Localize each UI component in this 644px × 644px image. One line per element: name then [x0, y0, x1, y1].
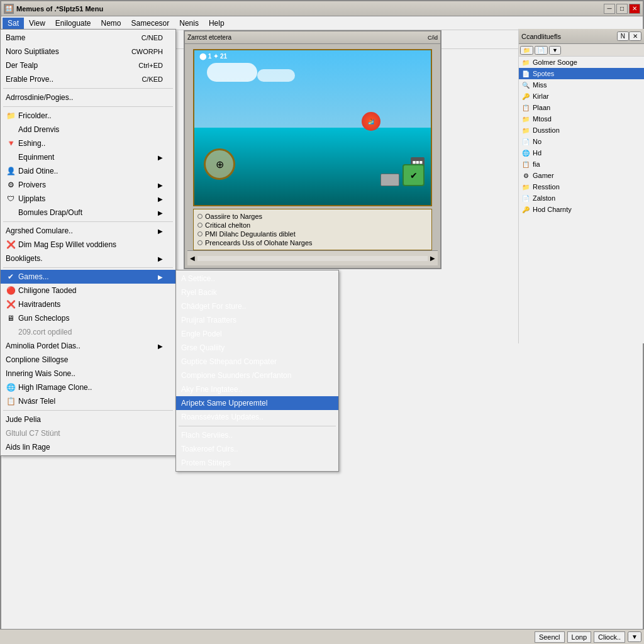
menu-chiligone[interactable]: 🔴 Chiligone Taoded — [1, 284, 175, 297]
panel-item-no[interactable]: 📄 No — [519, 136, 644, 147]
sub-aky[interactable]: Aky Fne Ingtatee.. — [176, 382, 338, 396]
menu-proivers[interactable]: ⚙ Proivers ▶ — [1, 178, 175, 192]
game-ui-button[interactable]: ✔ — [402, 164, 425, 186]
sub-engle[interactable]: Engle Podel — [176, 327, 338, 341]
high-icon: 🌐 — [6, 382, 16, 392]
quest-entry-3[interactable]: Prenceards Uss of Olohate Narges — [196, 238, 429, 247]
menu-jude[interactable]: Jude Pelia — [1, 413, 175, 426]
quest-label-2: PMI Dilahc Deguulantis diblet — [205, 230, 296, 238]
panel-tool-3[interactable]: ▼ — [549, 46, 561, 55]
panel-item-kirlar[interactable]: 🔑 Kirlar — [519, 91, 644, 102]
status-extra-btn[interactable]: ▼ — [628, 631, 641, 642]
menu-eshing[interactable]: 🔻 Eshing.. — [1, 136, 175, 150]
menu-dim[interactable]: ❌ Dim Mag Esp Willet voddiens — [1, 238, 175, 252]
panel-item-dusstion[interactable]: 📁 Dusstion — [519, 125, 644, 136]
sub-chadget[interactable]: Châdget For sture.. — [176, 299, 338, 313]
games-submenu: A Settice.. Ryel Bacik Châdget For sture… — [175, 270, 339, 472]
menu-eniloguate[interactable]: Eniloguate — [50, 18, 96, 29]
panel-btn-1[interactable]: N — [617, 31, 629, 41]
quest-entry-1[interactable]: Critical chelton — [196, 221, 429, 230]
sub-protem[interactable]: Protem Stiteps — [176, 456, 338, 470]
panel-item-zalston[interactable]: 📄 Zalston — [519, 192, 644, 204]
sub-grse[interactable]: Grse Qualiity — [176, 341, 338, 355]
scroll-right[interactable]: ▶ — [430, 255, 435, 262]
sub-roanssevátes[interactable]: Roanssévátes Updates.. — [176, 410, 338, 424]
no-icon: 📄 — [521, 137, 530, 146]
minimize-button[interactable]: ─ — [604, 4, 615, 14]
menu-erable[interactable]: Erable Prove.. C/KED — [1, 72, 175, 86]
menu-sat[interactable]: Sat — [3, 18, 24, 29]
menu-bookligets[interactable]: Bookligets. ▶ — [1, 252, 175, 265]
menu-high[interactable]: 🌐 High lRamage Clone.. — [1, 380, 175, 394]
panel-item-mtosd[interactable]: 📁 Mtosd — [519, 113, 644, 125]
panel-item-gamer[interactable]: ⚙ Gamer — [519, 170, 644, 181]
panel-item-resstion[interactable]: 📁 Resstion — [519, 181, 644, 192]
panel-item-spotes-label: Spotes — [533, 70, 554, 77]
maximize-button[interactable]: □ — [616, 4, 628, 14]
quest-entry-0[interactable]: Oassiire to Narges — [196, 212, 429, 221]
menu-nemo[interactable]: Nemo — [96, 18, 126, 29]
panel-tool-1[interactable]: 📁 — [520, 46, 533, 55]
status-lonp[interactable]: Lonp — [567, 631, 591, 643]
panel-item-golmer[interactable]: 📁 Golmer Sooge — [519, 57, 644, 68]
sub-toakeroef[interactable]: Toakeroef Cuirs.. — [176, 442, 338, 456]
panel-item-hod[interactable]: 🔑 Hod Charnty — [519, 204, 644, 215]
menu-agrshed[interactable]: Agrshed Comulare.. ▶ — [1, 224, 175, 238]
panel-item-spotes[interactable]: 📄 Spotes — [519, 68, 644, 79]
menu-aids[interactable]: Aids lin Rage — [1, 440, 175, 454]
menu-gun-label: Gun Scheclops — [18, 314, 69, 323]
menu-bomules[interactable]: Bomules Drap/Ouft ▶ — [1, 206, 175, 219]
sub-guptice[interactable]: Guptice Sthepand Compater — [176, 355, 338, 369]
quest-entry-2[interactable]: PMI Dilahc Deguulantis diblet — [196, 230, 429, 238]
panel-item-hd[interactable]: 🌐 Hd — [519, 147, 644, 158]
sub-engle-label: Engle Podel — [181, 330, 222, 338]
panel-toolbar: 📁 📄 ▼ — [519, 44, 644, 57]
sub-flach[interactable]: Flach Serviies.. — [176, 428, 338, 442]
sub-pruijral[interactable]: Pruijral Traatters — [176, 313, 338, 327]
status-cliock[interactable]: Cliock.. — [594, 631, 625, 643]
panel-close-btn[interactable]: ✕ — [629, 31, 641, 41]
close-button[interactable]: ✕ — [629, 4, 640, 14]
menu-add-drenvis[interactable]: Add Drenvis — [1, 123, 175, 136]
menu-daid[interactable]: 👤 Daid Otine.. — [1, 164, 175, 178]
eshing-icon: 🔻 — [6, 138, 16, 148]
status-seencl[interactable]: Seencl — [535, 631, 565, 643]
menu-fricolder[interactable]: 📁 Fricolder.. — [1, 109, 175, 123]
menu-samecesor[interactable]: Samecesor — [126, 18, 175, 29]
menu-noro[interactable]: Noro Suiptliates CWORPH — [1, 45, 175, 58]
panel-item-miss[interactable]: 🔍 Miss — [519, 79, 644, 91]
menu-ujpplats[interactable]: 🛡 Ujpplats ▶ — [1, 192, 175, 206]
scroll-left[interactable]: ◀ — [190, 255, 195, 262]
menu-bame[interactable]: Bame C/NED — [1, 31, 175, 45]
menu-help[interactable]: Help — [204, 18, 230, 29]
menu-adrr[interactable]: Adrrosdinie/Pogies.. — [1, 91, 175, 104]
menu-aminolia[interactable]: Aminolia Pordet Dias.. ▶ — [1, 339, 175, 353]
bomules-arrow: ▶ — [158, 209, 163, 216]
game-btn-2[interactable] — [380, 174, 399, 186]
status-bar: Seencl Lonp Cliock.. ▼ — [0, 629, 644, 644]
sub-aripetx[interactable]: Aripetx Same Upperemtel — [176, 396, 338, 410]
panel-item-fia[interactable]: 📋 fia — [519, 158, 644, 170]
menu-nenis[interactable]: Nenis — [174, 18, 204, 29]
sep-3 — [3, 221, 173, 222]
menu-nvasr[interactable]: 📋 Nvásr Telel — [1, 394, 175, 408]
equinment-icon — [6, 152, 16, 162]
sub-ryel-bacik[interactable]: Ryel Bacik — [176, 286, 338, 299]
panel-item-plaan[interactable]: 📋 Plaan — [519, 102, 644, 113]
menu-view[interactable]: View — [24, 18, 50, 29]
menu-havitradents[interactable]: ❌ Havitradents — [1, 297, 175, 311]
menu-conplione[interactable]: Conplione Sillogse — [1, 353, 175, 367]
menu-equinment[interactable]: Equinment ▶ — [1, 150, 175, 164]
menu-gun[interactable]: 🖥 Gun Scheclops — [1, 311, 175, 325]
game-area: Zarrcst etcetera C/id ⬤ 1 ✦ 21 ⊕ 🏄 ■■■ ✔ — [184, 30, 441, 269]
menu-games[interactable]: ✔ Games... ▶ A Settice.. Ryel Bacik Châd… — [1, 270, 175, 284]
menu-der[interactable]: Der Tealp Ctrl+ED — [1, 58, 175, 72]
menu-conplione-label: Conplione Sillogse — [6, 355, 68, 364]
scroll-track[interactable] — [197, 256, 428, 261]
menu-innering[interactable]: Innering Wais Sone.. — [1, 367, 175, 380]
sub-compione[interactable]: Compione Suunders /Cenrfanton — [176, 369, 338, 382]
status-lonp-label: Lonp — [572, 633, 587, 641]
panel-tool-2[interactable]: 📄 — [535, 46, 548, 55]
sub-roanssevátes-label: Roanssévátes Updates.. — [181, 413, 264, 421]
sub-a-settice[interactable]: A Settice.. — [176, 272, 338, 286]
